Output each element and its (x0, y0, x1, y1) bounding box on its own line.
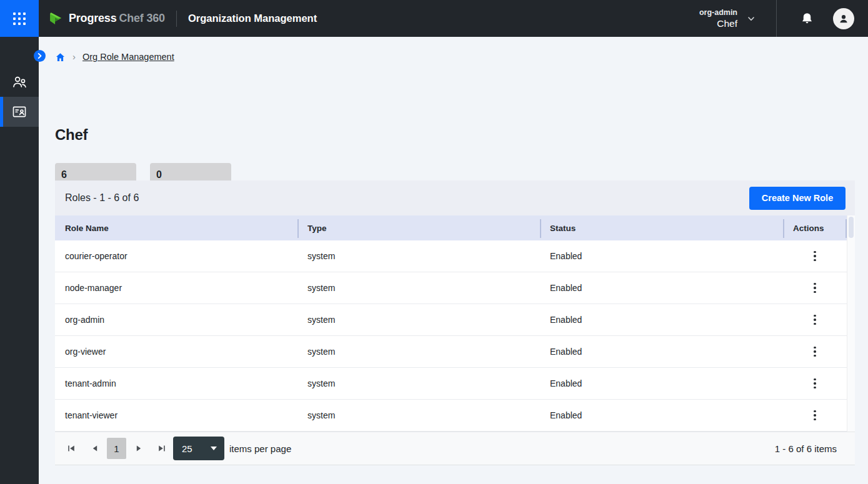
sidebar-item-users[interactable] (0, 67, 39, 97)
column-header-role-name[interactable]: Role Name (55, 215, 297, 240)
table-row: org-admin system Enabled (55, 304, 847, 336)
notifications-button[interactable] (792, 11, 822, 26)
sidebar (0, 37, 39, 484)
role-status-cell: Enabled (540, 283, 783, 293)
previous-page-button[interactable] (91, 445, 99, 452)
role-name-cell: node-manager (55, 283, 297, 293)
breadcrumb: › Org Role Management (55, 51, 174, 63)
page-size-select[interactable]: 25 (173, 437, 224, 460)
role-type-cell: system (297, 410, 540, 420)
roles-panel-header: Roles - 1 - 6 of 6 Create New Role (55, 180, 855, 215)
roles-panel-title: Roles - 1 - 6 of 6 (65, 192, 139, 204)
roles-table-header: Role Name Type Status Actions (55, 215, 847, 240)
user-role-label: org-admin (699, 8, 737, 17)
role-name-cell: tenant-viewer (55, 410, 297, 420)
scrollbar-thumb[interactable] (849, 217, 854, 238)
role-type-cell: system (297, 315, 540, 325)
row-actions-kebab-icon[interactable] (810, 311, 820, 329)
row-actions-kebab-icon[interactable] (810, 343, 820, 361)
screen: Progress Chef 360 Organization Managemen… (0, 0, 868, 484)
role-name-cell: courier-operator (55, 251, 297, 261)
brand-name-progress: Progress (69, 12, 116, 25)
role-type-cell: system (297, 378, 540, 388)
topbar-divider (776, 0, 777, 37)
role-status-cell: Enabled (540, 347, 783, 357)
page-title: Chef (55, 126, 87, 144)
product-title: Organization Management (188, 12, 317, 24)
role-type-cell: system (297, 251, 540, 261)
create-new-role-button[interactable]: Create New Role (749, 187, 846, 210)
role-status-cell: Enabled (540, 410, 783, 420)
app-launcher-button[interactable] (0, 0, 39, 37)
home-icon[interactable] (55, 52, 66, 62)
custom-roles-count: 0 (156, 169, 225, 180)
role-status-cell: Enabled (540, 378, 783, 388)
column-header-status[interactable]: Status (540, 215, 783, 240)
caret-down-icon (211, 447, 217, 450)
chevron-right-icon (37, 53, 42, 59)
role-name-cell: tenant-admin (55, 378, 297, 388)
row-actions-kebab-icon[interactable] (810, 279, 820, 297)
role-status-cell: Enabled (540, 251, 783, 261)
column-header-actions: Actions (783, 215, 847, 240)
table-row: tenant-admin system Enabled (55, 368, 847, 400)
user-avatar-button[interactable] (833, 8, 854, 29)
progress-logo-icon (49, 11, 64, 26)
current-page-button[interactable]: 1 (107, 438, 126, 459)
chevron-down-icon (747, 15, 755, 22)
next-page-icon (135, 445, 142, 452)
user-org-label: Chef (699, 17, 737, 29)
table-row: node-manager system Enabled (55, 272, 847, 304)
top-bar: Progress Chef 360 Organization Managemen… (0, 0, 868, 37)
breadcrumb-link-org-role-management[interactable]: Org Role Management (82, 52, 174, 62)
sidebar-expand-button[interactable] (34, 50, 46, 62)
user-org-menu[interactable]: org-admin Chef (699, 8, 755, 29)
role-type-cell: system (297, 283, 540, 293)
page-size-value: 25 (182, 443, 192, 454)
brand-name-chef360: Chef 360 (119, 12, 164, 25)
brand-divider (176, 11, 177, 27)
breadcrumb-separator: › (72, 51, 76, 62)
pagination-bar: 1 25 items per page 1 - 6 of 6 items (55, 432, 855, 465)
items-per-page-label: items per page (229, 443, 291, 454)
role-type-cell: system (297, 347, 540, 357)
first-page-icon (67, 445, 75, 452)
last-page-button[interactable] (158, 445, 166, 452)
last-page-icon (158, 445, 166, 452)
row-actions-kebab-icon[interactable] (810, 407, 820, 425)
row-actions-kebab-icon[interactable] (810, 247, 820, 265)
app-grid-icon (13, 12, 26, 25)
previous-page-icon (91, 445, 99, 452)
sidebar-item-org-roles[interactable] (0, 97, 39, 127)
table-row: tenant-viewer system Enabled (55, 400, 847, 432)
role-name-cell: org-viewer (55, 347, 297, 357)
table-row: org-viewer system Enabled (55, 336, 847, 368)
user-avatar-icon (837, 12, 850, 25)
next-page-button[interactable] (135, 445, 142, 452)
users-icon (11, 74, 28, 91)
table-scrollbar[interactable] (847, 215, 855, 432)
system-roles-count: 6 (61, 169, 130, 180)
main-content: › Org Role Management Chef 6 System Role… (39, 37, 868, 484)
roles-table: Role Name Type Status Actions courier-op… (55, 215, 855, 432)
role-status-cell: Enabled (540, 315, 783, 325)
items-range-label: 1 - 6 of 6 items (775, 443, 845, 454)
brand-logo: Progress Chef 360 (49, 11, 165, 26)
id-card-icon (11, 104, 27, 120)
table-row: courier-operator system Enabled (55, 240, 847, 272)
row-actions-kebab-icon[interactable] (810, 375, 820, 393)
first-page-button[interactable] (67, 445, 75, 452)
role-name-cell: org-admin (55, 315, 297, 325)
bell-icon (800, 11, 814, 26)
roles-panel: Roles - 1 - 6 of 6 Create New Role Role … (55, 180, 855, 465)
column-header-type[interactable]: Type (297, 215, 540, 240)
